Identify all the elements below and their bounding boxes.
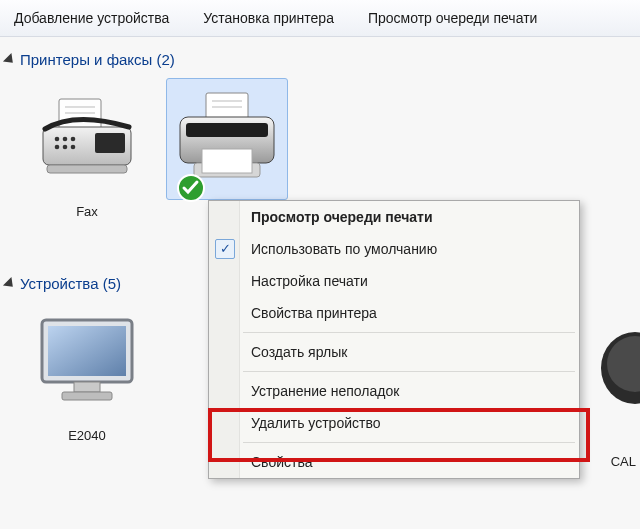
svg-point-9 <box>63 145 68 150</box>
device-label: Fax <box>22 204 152 220</box>
command-bar: Добавление устройства Установка принтера… <box>0 0 640 37</box>
context-menu-item-label: Свойства принтера <box>251 305 377 321</box>
section-header-printers[interactable]: Принтеры и факсы (2) <box>0 37 640 74</box>
context-menu-item-label: Свойства <box>251 454 312 470</box>
svg-point-10 <box>71 145 76 150</box>
cmd-view-queue[interactable]: Просмотр очереди печати <box>368 10 537 26</box>
svg-rect-0 <box>59 99 101 129</box>
context-menu-item-label: Создать ярлык <box>251 344 347 360</box>
context-menu-item[interactable]: ✓Использовать по умолчанию <box>209 233 579 265</box>
section-title: Принтеры и факсы (2) <box>20 51 175 68</box>
device-fax[interactable]: Fax <box>22 78 152 237</box>
svg-rect-22 <box>74 382 100 392</box>
svg-point-6 <box>63 137 68 142</box>
svg-rect-11 <box>47 165 127 173</box>
svg-point-8 <box>55 145 60 150</box>
context-menu-item[interactable]: Просмотр очереди печати <box>209 201 579 233</box>
device-label: CAL <box>611 454 636 469</box>
default-check-badge-icon <box>176 173 206 203</box>
svg-rect-12 <box>206 93 248 119</box>
disclosure-triangle-icon <box>3 277 17 291</box>
context-menu-item[interactable]: Устранение неполадок <box>209 375 579 407</box>
section-title: Устройства (5) <box>20 275 121 292</box>
svg-rect-21 <box>48 326 126 376</box>
context-menu-item-label: Использовать по умолчанию <box>251 241 437 257</box>
context-menu: Просмотр очереди печати✓Использовать по … <box>208 200 580 479</box>
context-menu-item[interactable]: Удалить устройство <box>209 407 579 439</box>
context-menu-item[interactable]: Настройка печати <box>209 265 579 297</box>
cmd-add-device[interactable]: Добавление устройства <box>14 10 169 26</box>
check-icon: ✓ <box>215 239 235 259</box>
svg-rect-4 <box>95 133 125 153</box>
context-menu-item[interactable]: Свойства <box>209 446 579 478</box>
context-menu-separator <box>243 371 575 372</box>
context-menu-item[interactable]: Свойства принтера <box>209 297 579 329</box>
mouse-icon <box>595 328 640 408</box>
device-mouse-partial[interactable] <box>580 328 640 411</box>
context-menu-item-label: Удалить устройство <box>251 415 380 431</box>
svg-rect-23 <box>62 392 112 400</box>
device-label: E2040 <box>22 428 152 444</box>
context-menu-separator <box>243 332 575 333</box>
context-menu-item-label: Настройка печати <box>251 273 368 289</box>
device-monitor[interactable]: E2040 <box>22 302 152 444</box>
svg-rect-16 <box>186 123 268 137</box>
svg-point-7 <box>71 137 76 142</box>
fax-icon <box>27 78 147 198</box>
cmd-add-printer[interactable]: Установка принтера <box>203 10 334 26</box>
context-menu-item-label: Просмотр очереди печати <box>251 209 433 225</box>
monitor-icon <box>27 302 147 422</box>
svg-rect-18 <box>202 149 252 173</box>
svg-point-5 <box>55 137 60 142</box>
context-menu-item-label: Устранение неполадок <box>251 383 399 399</box>
disclosure-triangle-icon <box>3 52 17 66</box>
context-menu-separator <box>243 442 575 443</box>
context-menu-item[interactable]: Создать ярлык <box>209 336 579 368</box>
